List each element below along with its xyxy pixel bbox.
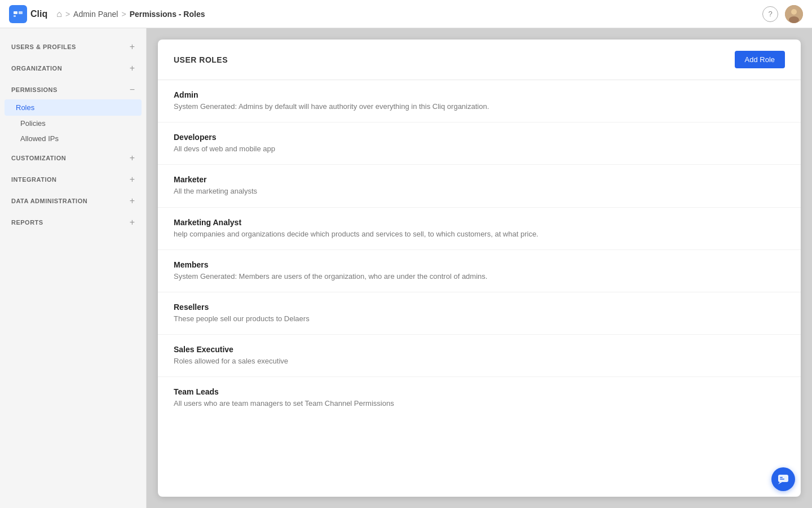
- sidebar-section-header-integration[interactable]: INTEGRATION +: [0, 170, 146, 189]
- role-desc-marketer: All the marketing analysts: [174, 186, 785, 196]
- sidebar-section-reports: REPORTS +: [0, 213, 146, 232]
- sidebar-section-integration: INTEGRATION +: [0, 170, 146, 189]
- role-item-members[interactable]: Members System Generated: Members are us…: [158, 250, 801, 292]
- header-actions: ?: [762, 5, 803, 23]
- avatar[interactable]: [785, 5, 803, 23]
- svg-rect-6: [778, 475, 788, 482]
- cliq-logo-icon: [9, 5, 27, 23]
- role-name-members: Members: [174, 260, 785, 269]
- expand-icon-reports: +: [130, 217, 135, 227]
- sidebar-section-data-administration: DATA ADMINISTRATION +: [0, 191, 146, 211]
- role-desc-resellers: These people sell our products to Delaer…: [174, 314, 785, 324]
- sidebar-section-title-customization: CUSTOMIZATION: [11, 155, 66, 161]
- svg-marker-7: [778, 482, 782, 484]
- sidebar: USERS & PROFILES + ORGANIZATION + PERMIS…: [0, 28, 147, 508]
- panel-title: USER ROLES: [174, 55, 228, 64]
- sidebar-section-customization: CUSTOMIZATION +: [0, 148, 146, 168]
- role-desc-marketing-analyst: help companies and organizations decide …: [174, 229, 785, 239]
- home-icon[interactable]: ⌂: [56, 9, 62, 19]
- role-item-marketing-analyst[interactable]: Marketing Analyst help companies and org…: [158, 208, 801, 250]
- expand-icon-organization: +: [130, 63, 135, 73]
- role-name-resellers: Resellers: [174, 303, 785, 312]
- expand-icon-data-administration: +: [130, 196, 135, 206]
- sidebar-section-title-data-administration: DATA ADMINISTRATION: [11, 198, 87, 204]
- sidebar-section-users-profiles: USERS & PROFILES +: [0, 37, 146, 56]
- svg-rect-9: [780, 479, 784, 480]
- role-name-team-leads: Team Leads: [174, 387, 785, 396]
- sidebar-item-policies[interactable]: Policies: [0, 116, 146, 131]
- svg-rect-0: [14, 11, 17, 14]
- svg-rect-2: [14, 15, 16, 17]
- role-name-sales-executive: Sales Executive: [174, 345, 785, 354]
- panel-header: USER ROLES Add Role: [158, 40, 801, 80]
- role-desc-sales-executive: Roles allowed for a sales executive: [174, 356, 785, 366]
- sidebar-section-header-permissions[interactable]: PERMISSIONS −: [0, 80, 146, 99]
- role-desc-team-leads: All users who are team managers to set T…: [174, 398, 785, 409]
- sidebar-section-title-integration: INTEGRATION: [11, 176, 56, 183]
- expand-icon-permissions: −: [130, 85, 135, 95]
- sidebar-section-header-organization[interactable]: ORGANIZATION +: [0, 59, 146, 78]
- role-item-team-leads[interactable]: Team Leads All users who are team manage…: [158, 377, 801, 419]
- breadcrumb-parent: Admin Panel: [73, 10, 118, 19]
- expand-icon-customization: +: [130, 153, 135, 163]
- sidebar-section-organization: ORGANIZATION +: [0, 59, 146, 78]
- role-desc-developers: All devs of web and mobile app: [174, 144, 785, 154]
- sidebar-item-allowed-ips[interactable]: Allowed IPs: [0, 131, 146, 146]
- sidebar-section-header-customization[interactable]: CUSTOMIZATION +: [0, 148, 146, 168]
- help-icon: ?: [768, 10, 772, 18]
- role-item-admin[interactable]: Admin System Generated: Admins by defaul…: [158, 80, 801, 122]
- sidebar-section-permissions: PERMISSIONS − Roles Policies Allowed IPs: [0, 80, 146, 146]
- role-item-resellers[interactable]: Resellers These people sell our products…: [158, 292, 801, 335]
- main-layout: USERS & PROFILES + ORGANIZATION + PERMIS…: [0, 28, 812, 508]
- svg-rect-1: [19, 11, 23, 14]
- role-desc-admin: System Generated: Admins by default will…: [174, 102, 785, 112]
- breadcrumb-separator-2: >: [121, 10, 126, 19]
- role-name-admin: Admin: [174, 90, 785, 99]
- help-button[interactable]: ?: [762, 6, 778, 22]
- sidebar-section-header-users-profiles[interactable]: USERS & PROFILES +: [0, 37, 146, 56]
- role-item-sales-executive[interactable]: Sales Executive Roles allowed for a sale…: [158, 335, 801, 377]
- role-item-developers[interactable]: Developers All devs of web and mobile ap…: [158, 122, 801, 165]
- svg-point-4: [791, 9, 797, 15]
- sidebar-section-header-reports[interactable]: REPORTS +: [0, 213, 146, 232]
- expand-icon-users-profiles: +: [130, 42, 135, 52]
- svg-rect-8: [780, 477, 783, 478]
- main-panel: USER ROLES Add Role Admin System Generat…: [158, 40, 801, 497]
- add-role-button[interactable]: Add Role: [735, 51, 785, 68]
- svg-point-5: [789, 16, 799, 23]
- role-item-marketer[interactable]: Marketer All the marketing analysts: [158, 165, 801, 207]
- top-header: Cliq ⌂ > Admin Panel > Permissions - Rol…: [0, 0, 812, 28]
- role-name-developers: Developers: [174, 133, 785, 142]
- sidebar-item-roles[interactable]: Roles: [5, 99, 142, 116]
- role-name-marketer: Marketer: [174, 175, 785, 184]
- sidebar-section-title-reports: REPORTS: [11, 219, 43, 226]
- expand-icon-integration: +: [130, 174, 135, 185]
- breadcrumb-current: Permissions - Roles: [130, 10, 205, 19]
- logo-text: Cliq: [30, 9, 47, 19]
- sidebar-section-title-users-profiles: USERS & PROFILES: [11, 43, 76, 50]
- roles-list: Admin System Generated: Admins by defaul…: [158, 80, 801, 497]
- chat-fab-button[interactable]: [771, 467, 795, 491]
- sidebar-section-header-data-administration[interactable]: DATA ADMINISTRATION +: [0, 191, 146, 211]
- role-name-marketing-analyst: Marketing Analyst: [174, 218, 785, 227]
- content-area: USER ROLES Add Role Admin System Generat…: [147, 28, 812, 508]
- breadcrumb-separator: >: [65, 10, 70, 19]
- sidebar-section-title-organization: ORGANIZATION: [11, 65, 62, 72]
- logo-area[interactable]: Cliq: [9, 5, 47, 23]
- breadcrumb: ⌂ > Admin Panel > Permissions - Roles: [56, 9, 205, 19]
- sidebar-section-title-permissions: PERMISSIONS: [11, 86, 58, 93]
- role-desc-members: System Generated: Members are users of t…: [174, 271, 785, 282]
